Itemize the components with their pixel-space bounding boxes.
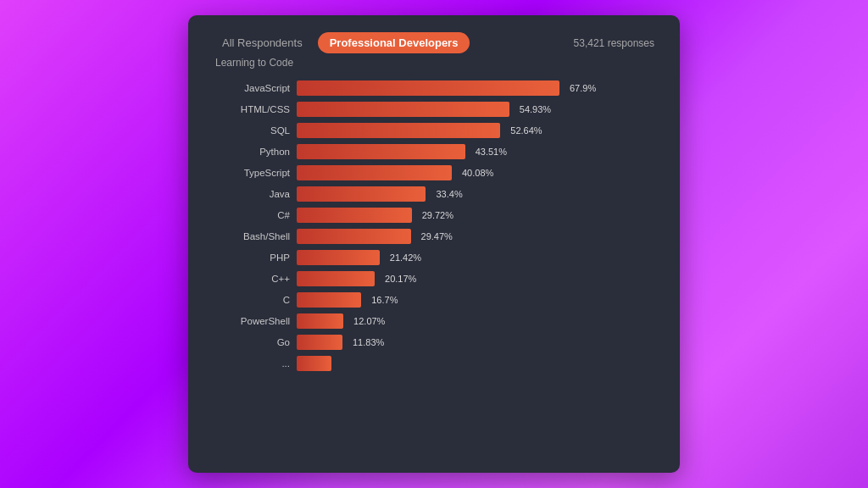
bar-row: Python43.51% — [214, 144, 654, 159]
bar-label: JavaScript — [214, 83, 290, 93]
bar-row: C16.7% — [214, 292, 654, 308]
bar-label: HTML/CSS — [214, 104, 290, 114]
chart-subtitle: Learning to Code — [214, 57, 654, 69]
bar-track: 40.08% — [297, 165, 654, 180]
bar-fill — [297, 335, 342, 350]
bar-track: 67.9% — [297, 80, 654, 96]
bar-label: TypeScript — [214, 168, 290, 178]
bar-row: PowerShell12.07% — [214, 313, 654, 329]
bar-label: Java — [214, 189, 290, 199]
bar-fill — [297, 292, 361, 308]
bar-fill — [297, 271, 375, 286]
bar-row: JavaScript67.9% — [214, 80, 654, 96]
bar-label: PowerShell — [214, 316, 290, 326]
bar-row: Java33.4% — [214, 186, 654, 202]
bar-row: C++20.17% — [214, 271, 654, 286]
bar-track: 52.64% — [297, 123, 654, 138]
bar-row: C#29.72% — [214, 208, 654, 223]
bar-fill — [297, 123, 500, 138]
chart-header: All Respondents Professional Developers … — [214, 32, 654, 53]
bar-row: HTML/CSS54.93% — [214, 102, 654, 117]
bar-chart: JavaScript67.9%HTML/CSS54.93%SQL52.64%Py… — [214, 80, 654, 371]
bar-label: PHP — [214, 252, 290, 263]
bar-value-label: 20.17% — [385, 274, 416, 284]
bar-row: ... — [214, 356, 654, 371]
tab-all-respondents[interactable]: All Respondents — [214, 32, 311, 53]
bar-label: C# — [214, 210, 290, 220]
bar-label: C — [214, 295, 290, 305]
bar-value-label: 54.93% — [520, 104, 551, 114]
bar-value-label: 33.4% — [436, 189, 462, 199]
bar-value-label: 12.07% — [353, 316, 385, 326]
bar-track: 16.7% — [297, 292, 654, 308]
bar-row: SQL52.64% — [214, 123, 654, 138]
bar-track — [297, 356, 654, 371]
bar-track: 29.72% — [297, 208, 654, 223]
bar-label: C++ — [214, 274, 290, 284]
bar-value-label: 11.83% — [353, 337, 384, 347]
bar-value-label: 43.51% — [476, 147, 507, 157]
bar-value-label: 21.42% — [390, 252, 421, 263]
bar-row: TypeScript40.08% — [214, 165, 654, 180]
bar-value-label: 29.72% — [422, 210, 453, 220]
bar-fill — [297, 229, 411, 244]
bar-fill — [297, 165, 452, 180]
bar-fill — [297, 80, 559, 96]
bar-track: 43.51% — [297, 144, 654, 159]
bar-label: Go — [214, 337, 290, 347]
bar-value-label: 40.08% — [462, 168, 493, 178]
bar-label: Python — [214, 147, 290, 157]
bar-fill — [297, 208, 412, 223]
bar-label: SQL — [214, 125, 290, 136]
bar-track: 54.93% — [297, 102, 654, 117]
bar-track: 11.83% — [297, 335, 654, 350]
bar-row: PHP21.42% — [214, 250, 654, 265]
bar-fill — [297, 102, 509, 117]
responses-count: 53,421 responses — [574, 37, 654, 49]
bar-track: 33.4% — [297, 186, 654, 202]
bar-value-label: 16.7% — [371, 295, 398, 305]
tabs-container: All Respondents Professional Developers — [214, 32, 470, 53]
bar-label: ... — [214, 358, 290, 369]
bar-track: 20.17% — [297, 271, 654, 286]
bar-row: Go11.83% — [214, 335, 654, 350]
bar-fill — [297, 144, 465, 159]
bar-value-label: 52.64% — [510, 125, 542, 136]
tab-professional-developers[interactable]: Professional Developers — [318, 32, 470, 53]
bar-value-label: 67.9% — [570, 83, 596, 93]
bar-fill — [297, 186, 426, 202]
bar-track: 21.42% — [297, 250, 654, 265]
bar-fill — [297, 356, 331, 371]
bar-fill — [297, 313, 343, 329]
chart-card: All Respondents Professional Developers … — [188, 15, 680, 473]
bar-value-label: 29.47% — [421, 231, 453, 241]
bar-track: 12.07% — [297, 313, 654, 329]
bar-fill — [297, 250, 380, 265]
bar-row: Bash/Shell29.47% — [214, 229, 654, 244]
bar-label: Bash/Shell — [214, 231, 290, 241]
bar-track: 29.47% — [297, 229, 654, 244]
